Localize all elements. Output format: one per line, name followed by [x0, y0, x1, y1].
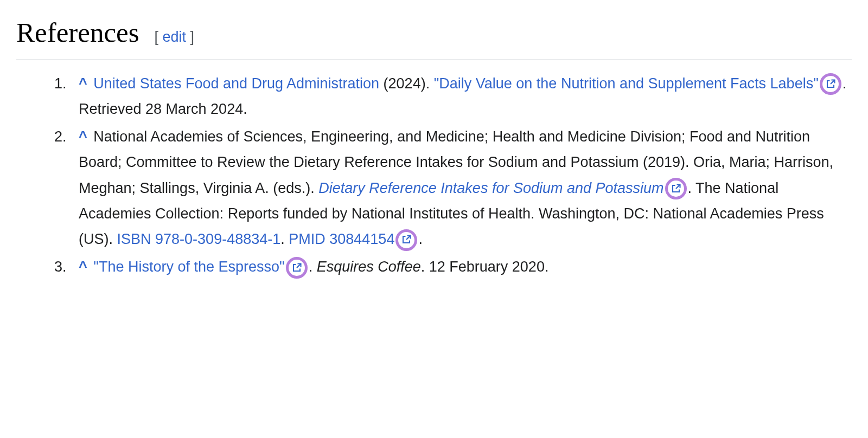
- reference-item-3: ^ "The History of the Espresso". Esquire…: [71, 254, 852, 280]
- highlight-circle: [286, 257, 308, 279]
- section-heading: References: [16, 11, 139, 55]
- isbn-label-link[interactable]: ISBN: [117, 231, 151, 247]
- backlink-caret[interactable]: ^: [79, 259, 87, 275]
- edit-link[interactable]: edit: [163, 29, 187, 45]
- title-link[interactable]: "Daily Value on the Nutrition and Supple…: [434, 75, 819, 92]
- references-list: ^ United States Food and Drug Administra…: [16, 71, 852, 280]
- title-link[interactable]: Dietary Reference Intakes for Sodium and…: [318, 180, 663, 196]
- edit-section: [ edit ]: [155, 25, 195, 49]
- bracket-open: [: [155, 29, 163, 45]
- highlight-circle: [820, 73, 841, 95]
- highlight-circle: [395, 229, 417, 251]
- pmid-label-link[interactable]: PMID: [289, 231, 326, 247]
- external-link-icon: [826, 72, 835, 97]
- source-name: Esquires Coffee: [317, 259, 421, 275]
- year-text: (2024).: [379, 75, 434, 92]
- external-link-icon: [401, 227, 411, 253]
- title-link[interactable]: "The History of the Espresso": [93, 259, 284, 275]
- separator: .: [309, 259, 317, 275]
- author-link[interactable]: United States Food and Drug Administrati…: [93, 75, 379, 92]
- highlight-circle: [665, 178, 687, 199]
- external-link-icon: [292, 255, 302, 281]
- separator: .: [280, 231, 289, 247]
- pmid-value-link[interactable]: 30844154: [329, 231, 394, 247]
- bracket-close: ]: [186, 29, 194, 45]
- backlink-caret[interactable]: ^: [79, 128, 87, 145]
- backlink-caret[interactable]: ^: [79, 75, 87, 92]
- period: .: [418, 231, 423, 247]
- isbn-value-link[interactable]: 978-0-309-48834-1: [155, 231, 280, 247]
- external-link-icon: [671, 176, 681, 202]
- section-header: References [ edit ]: [16, 11, 852, 60]
- date-text: . 12 February 2020.: [421, 259, 549, 275]
- reference-item-1: ^ United States Food and Drug Administra…: [71, 71, 852, 123]
- reference-item-2: ^ National Academies of Sciences, Engine…: [71, 124, 852, 252]
